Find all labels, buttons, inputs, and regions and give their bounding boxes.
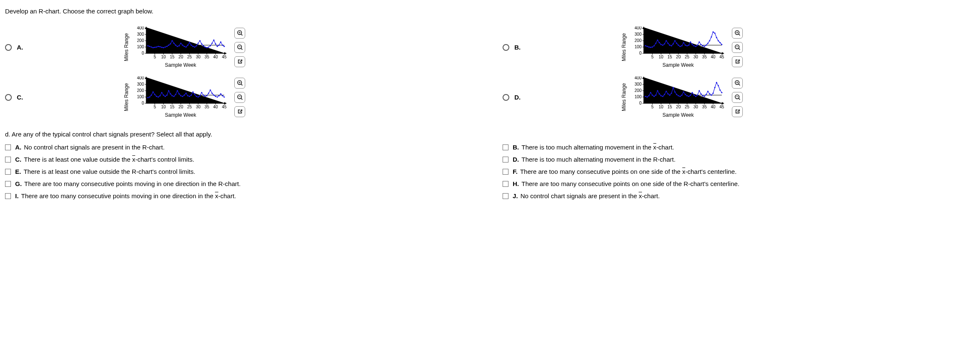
svg-text:15: 15 (667, 105, 672, 109)
radio-A[interactable] (5, 44, 12, 51)
option-label-D: D. (514, 94, 521, 101)
checkbox-J[interactable] (503, 193, 508, 199)
svg-text:25: 25 (187, 105, 192, 109)
svg-text:0: 0 (639, 101, 642, 105)
ylabel: Miles Range (123, 83, 129, 111)
checkbox-D[interactable] (503, 157, 508, 163)
pop-out-icon[interactable] (234, 56, 245, 67)
svg-text:300: 300 (137, 82, 144, 86)
checkbox-A[interactable] (5, 144, 11, 150)
chart-C: 010020030040051015202530354045Sample Wee… (134, 76, 227, 118)
svg-text:100: 100 (137, 45, 144, 49)
zoom-in-icon[interactable] (234, 28, 245, 39)
svg-text:200: 200 (634, 38, 642, 43)
pop-out-icon[interactable] (234, 106, 245, 117)
zoom-out-icon[interactable] (234, 42, 245, 53)
svg-text:0: 0 (141, 101, 144, 105)
option-D: D.Miles Range010020030040051015202530354… (503, 76, 975, 118)
svg-text:5: 5 (651, 105, 654, 109)
xlabel: Sample Week (632, 62, 724, 68)
check-text-C: C.There is at least one value outside th… (15, 156, 194, 163)
checkbox-B[interactable] (503, 144, 508, 150)
svg-text:45: 45 (222, 105, 227, 109)
svg-text:200: 200 (634, 88, 642, 93)
svg-text:400: 400 (137, 76, 144, 80)
radio-B[interactable] (503, 44, 509, 51)
check-text-B: B.There is too much alternating movement… (513, 144, 674, 151)
svg-text:400: 400 (634, 76, 642, 80)
svg-text:15: 15 (170, 105, 175, 109)
check-option-A: A.No control chart signals are present i… (5, 144, 477, 151)
svg-text:30: 30 (196, 105, 201, 109)
svg-text:45: 45 (719, 55, 724, 59)
svg-text:20: 20 (676, 105, 681, 109)
svg-text:400: 400 (137, 26, 144, 30)
svg-text:5: 5 (154, 105, 156, 109)
zoom-out-icon[interactable] (234, 92, 245, 103)
svg-text:15: 15 (667, 55, 672, 59)
check-option-G: G.There are too many consecutive points … (5, 180, 477, 187)
svg-text:15: 15 (170, 55, 175, 59)
checkbox-E[interactable] (5, 169, 11, 175)
svg-text:0: 0 (639, 51, 642, 55)
ylabel: Miles Range (621, 33, 627, 61)
option-B: B.Miles Range010020030040051015202530354… (503, 26, 975, 68)
svg-text:40: 40 (213, 105, 218, 109)
check-option-E: E.There is at least one value outside th… (5, 168, 477, 175)
svg-text:5: 5 (651, 55, 654, 59)
pop-out-icon[interactable] (732, 56, 743, 67)
sub-question: d. Are any of the typical control chart … (5, 131, 975, 138)
check-option-B: B.There is too much alternating movement… (503, 144, 975, 151)
checkbox-G[interactable] (5, 181, 11, 187)
svg-text:25: 25 (187, 55, 192, 59)
svg-text:100: 100 (137, 94, 144, 99)
option-label-B: B. (514, 44, 521, 51)
checkbox-C[interactable] (5, 157, 11, 163)
option-A: A.Miles Range010020030040051015202530354… (5, 26, 477, 68)
zoom-out-icon[interactable] (732, 42, 743, 53)
svg-text:100: 100 (634, 94, 642, 99)
zoom-in-icon[interactable] (732, 28, 743, 39)
svg-text:45: 45 (222, 55, 227, 59)
xlabel: Sample Week (134, 112, 227, 118)
zoom-out-icon[interactable] (732, 92, 743, 103)
checkbox-H[interactable] (503, 181, 508, 187)
ylabel: Miles Range (621, 83, 627, 111)
svg-text:400: 400 (634, 26, 642, 30)
check-text-E: E.There is at least one value outside th… (15, 168, 195, 175)
chart-B: 010020030040051015202530354045Sample Wee… (632, 26, 724, 68)
option-C: C.Miles Range010020030040051015202530354… (5, 76, 477, 118)
svg-text:35: 35 (702, 55, 707, 59)
zoom-in-icon[interactable] (234, 78, 245, 89)
pop-out-icon[interactable] (732, 106, 743, 117)
svg-text:45: 45 (719, 105, 724, 109)
option-label-A: A. (17, 44, 23, 51)
svg-text:40: 40 (711, 55, 716, 59)
chart-D: 010020030040051015202530354045Sample Wee… (632, 76, 724, 118)
svg-text:5: 5 (154, 55, 156, 59)
checkbox-F[interactable] (503, 169, 508, 175)
svg-text:30: 30 (196, 55, 201, 59)
check-text-A: A.No control chart signals are present i… (15, 144, 165, 151)
svg-text:35: 35 (204, 105, 210, 109)
radio-C[interactable] (5, 94, 12, 101)
xlabel: Sample Week (632, 112, 724, 118)
svg-text:10: 10 (161, 105, 166, 109)
radio-D[interactable] (503, 94, 509, 101)
option-label-C: C. (17, 94, 23, 101)
svg-text:300: 300 (137, 32, 144, 37)
checkbox-I[interactable] (5, 193, 11, 199)
svg-text:300: 300 (634, 82, 642, 86)
svg-text:30: 30 (693, 105, 698, 109)
svg-text:30: 30 (693, 55, 698, 59)
check-text-I: I.There are too many consecutive points … (15, 192, 236, 199)
svg-text:10: 10 (659, 105, 664, 109)
svg-text:40: 40 (213, 55, 218, 59)
check-text-F: F.There are too many consecutive points … (513, 168, 736, 175)
svg-text:20: 20 (178, 55, 183, 59)
svg-text:20: 20 (676, 55, 681, 59)
chart-A: 010020030040051015202530354045Sample Wee… (134, 26, 227, 68)
svg-text:25: 25 (685, 55, 690, 59)
svg-text:35: 35 (702, 105, 707, 109)
zoom-in-icon[interactable] (732, 78, 743, 89)
